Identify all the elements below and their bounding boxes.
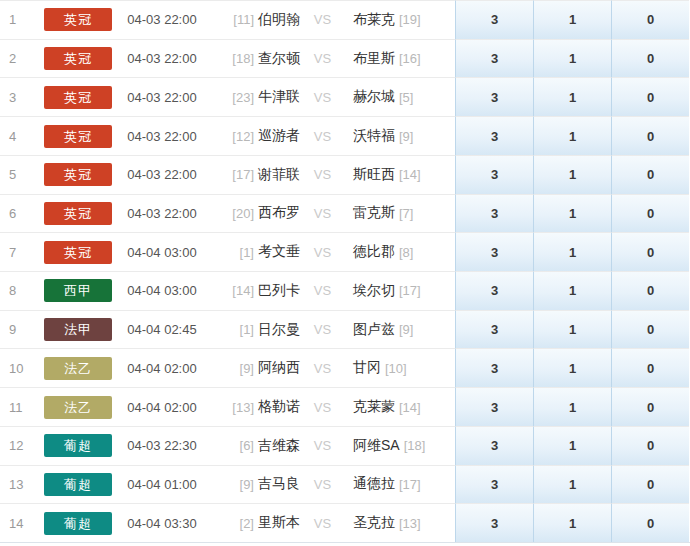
away-team[interactable]: 埃尔切 [17] — [345, 271, 455, 310]
match-row: 13 葡超 04-04 01:00 [9] 吉马良 VS 通德拉 [17] 3 … — [0, 465, 690, 504]
home-team[interactable]: [12] 巡游者 — [210, 116, 300, 155]
league-badge[interactable]: 葡超 — [44, 512, 112, 535]
odds-draw-cell[interactable]: 1 — [533, 39, 611, 78]
home-team[interactable]: [17] 谢菲联 — [210, 155, 300, 194]
home-team[interactable]: [9] 阿纳西 — [210, 348, 300, 387]
odds-lose-cell[interactable]: 0 — [611, 271, 689, 310]
away-team[interactable]: 布莱克 [19] — [345, 0, 455, 39]
away-team-rank: [13] — [399, 516, 421, 531]
away-team[interactable]: 沃特福 [9] — [345, 116, 455, 155]
odds-win-cell[interactable]: 3 — [455, 77, 533, 116]
odds-draw-cell[interactable]: 1 — [533, 271, 611, 310]
home-team-rank: [23] — [232, 90, 254, 105]
league-badge[interactable]: 英冠 — [44, 8, 112, 31]
odds-lose-cell[interactable]: 0 — [611, 465, 689, 504]
match-row: 14 葡超 04-04 03:30 [2] 里斯本 VS 圣克拉 [13] 3 … — [0, 503, 690, 542]
league-badge[interactable]: 西甲 — [44, 279, 112, 302]
home-team-name: 谢菲联 — [258, 166, 300, 184]
odds-lose-cell[interactable]: 0 — [611, 310, 689, 349]
league-badge[interactable]: 英冠 — [44, 47, 112, 70]
odds-lose-cell[interactable]: 0 — [611, 348, 689, 387]
odds-draw-cell[interactable]: 1 — [533, 310, 611, 349]
away-team[interactable]: 赫尔城 [5] — [345, 77, 455, 116]
odds-draw-cell[interactable]: 1 — [533, 232, 611, 271]
odds-lose-cell[interactable]: 0 — [611, 194, 689, 233]
away-team[interactable]: 通德拉 [17] — [345, 465, 455, 504]
home-team-name: 查尔顿 — [258, 50, 300, 68]
away-team[interactable]: 阿维SA [18] — [345, 426, 455, 465]
odds-draw-cell[interactable]: 1 — [533, 194, 611, 233]
home-team[interactable]: [23] 牛津联 — [210, 77, 300, 116]
odds-lose-cell[interactable]: 0 — [611, 155, 689, 194]
odds-draw-cell[interactable]: 1 — [533, 77, 611, 116]
away-team[interactable]: 斯旺西 [14] — [345, 155, 455, 194]
home-team[interactable]: [2] 里斯本 — [210, 503, 300, 542]
odds-win-cell[interactable]: 3 — [455, 194, 533, 233]
odds-win-cell[interactable]: 3 — [455, 503, 533, 542]
odds-win-cell[interactable]: 3 — [455, 0, 533, 39]
away-team-name: 赫尔城 — [353, 88, 395, 106]
odds-lose-cell[interactable]: 0 — [611, 387, 689, 426]
home-team[interactable]: [13] 格勒诺 — [210, 387, 300, 426]
away-team[interactable]: 克莱蒙 [14] — [345, 387, 455, 426]
odds-win-cell[interactable]: 3 — [455, 39, 533, 78]
odds-draw-cell[interactable]: 1 — [533, 426, 611, 465]
odds-draw-cell[interactable]: 1 — [533, 387, 611, 426]
odds-draw-cell[interactable]: 1 — [533, 116, 611, 155]
odds-draw-cell[interactable]: 1 — [533, 155, 611, 194]
odds-lose-cell[interactable]: 0 — [611, 232, 689, 271]
league-badge[interactable]: 葡超 — [44, 473, 112, 496]
odds-lose-cell[interactable]: 0 — [611, 0, 689, 39]
odds-win-cell[interactable]: 3 — [455, 348, 533, 387]
odds-win-cell[interactable]: 3 — [455, 155, 533, 194]
odds-win-cell[interactable]: 3 — [455, 426, 533, 465]
away-team[interactable]: 布里斯 [16] — [345, 39, 455, 78]
away-team[interactable]: 德比郡 [8] — [345, 232, 455, 271]
row-number: 5 — [0, 155, 44, 194]
row-number: 6 — [0, 194, 44, 233]
odds-win-cell[interactable]: 3 — [455, 232, 533, 271]
odds-win-cell[interactable]: 3 — [455, 271, 533, 310]
home-team[interactable]: [11] 伯明翰 — [210, 0, 300, 39]
odds-win-cell[interactable]: 3 — [455, 116, 533, 155]
away-team[interactable]: 圣克拉 [13] — [345, 503, 455, 542]
league-badge-cell: 西甲 — [44, 271, 114, 310]
home-team-name: 里斯本 — [258, 514, 300, 532]
odds-lose-cell[interactable]: 0 — [611, 503, 689, 542]
league-badge[interactable]: 英冠 — [44, 125, 112, 148]
league-badge[interactable]: 法乙 — [44, 357, 112, 380]
home-team[interactable]: [18] 查尔顿 — [210, 39, 300, 78]
away-team-name: 甘冈 — [353, 359, 381, 377]
away-team[interactable]: 雷克斯 [7] — [345, 194, 455, 233]
home-team[interactable]: [14] 巴列卡 — [210, 271, 300, 310]
league-badge[interactable]: 英冠 — [44, 202, 112, 225]
odds-win-cell[interactable]: 3 — [455, 387, 533, 426]
league-badge[interactable]: 法甲 — [44, 318, 112, 341]
home-team[interactable]: [1] 考文垂 — [210, 232, 300, 271]
home-team[interactable]: [6] 吉维森 — [210, 426, 300, 465]
odds-lose-cell[interactable]: 0 — [611, 39, 689, 78]
odds-draw-cell[interactable]: 1 — [533, 465, 611, 504]
odds-lose-cell[interactable]: 0 — [611, 426, 689, 465]
away-team[interactable]: 图卢兹 [9] — [345, 310, 455, 349]
odds-win-cell[interactable]: 3 — [455, 465, 533, 504]
home-team[interactable]: [20] 西布罗 — [210, 194, 300, 233]
league-badge[interactable]: 英冠 — [44, 86, 112, 109]
odds-draw-cell[interactable]: 1 — [533, 348, 611, 387]
league-badge[interactable]: 英冠 — [44, 163, 112, 186]
row-number: 1 — [0, 0, 44, 39]
league-badge[interactable]: 法乙 — [44, 396, 112, 419]
league-badge[interactable]: 葡超 — [44, 434, 112, 457]
odds-draw-cell[interactable]: 1 — [533, 503, 611, 542]
away-team[interactable]: 甘冈 [10] — [345, 348, 455, 387]
league-badge[interactable]: 英冠 — [44, 241, 112, 264]
odds-win-cell[interactable]: 3 — [455, 310, 533, 349]
odds-lose-cell[interactable]: 0 — [611, 116, 689, 155]
home-team-rank: [1] — [240, 245, 254, 260]
home-team[interactable]: [1] 日尔曼 — [210, 310, 300, 349]
home-team[interactable]: [9] 吉马良 — [210, 465, 300, 504]
odds-draw-cell[interactable]: 1 — [533, 0, 611, 39]
odds-lose-cell[interactable]: 0 — [611, 77, 689, 116]
home-team-name: 牛津联 — [258, 88, 300, 106]
home-team-name: 西布罗 — [258, 204, 300, 222]
